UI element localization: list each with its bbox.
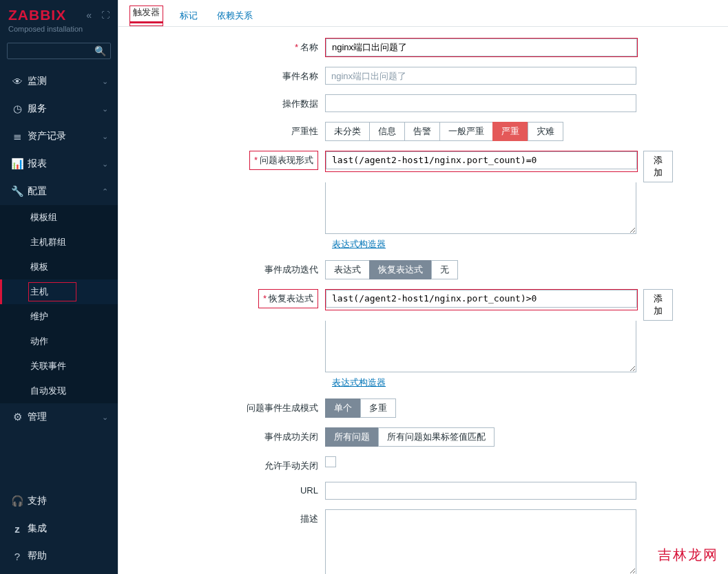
es-expression[interactable]: 表达式 [325, 260, 370, 279]
nav-administration[interactable]: ⚙管理⌄ [0, 403, 118, 431]
sev-disaster[interactable]: 灾难 [528, 122, 563, 141]
help-icon: ? [10, 551, 25, 562]
gauge-icon: ◷ [10, 103, 25, 115]
es-recovery[interactable]: 恢复表达式 [369, 260, 432, 279]
logo: ZABBIX [8, 7, 66, 23]
chart-icon: 📊 [10, 158, 25, 170]
recovery-expr-label: 恢复表达式 [269, 293, 313, 304]
headset-icon: 🎧 [10, 495, 25, 507]
chevron-down-icon: ⌄ [102, 160, 108, 169]
severity-group: 未分类 信息 告警 一般严重 严重 灾难 [325, 122, 563, 141]
oc-tag-match[interactable]: 所有问题如果标签值匹配 [378, 427, 495, 447]
sev-info[interactable]: 信息 [369, 122, 405, 141]
desc-input[interactable] [325, 509, 636, 574]
problem-mode-label: 问题事件生成模式 [132, 398, 325, 414]
expression-builder-link[interactable]: 表达式构造器 [332, 238, 386, 251]
subnav-discovery[interactable]: 自动发现 [0, 379, 118, 403]
sev-not-classified[interactable]: 未分类 [325, 122, 370, 141]
name-label: *名称 [132, 38, 325, 54]
desc-label: 描述 [132, 509, 325, 525]
url-label: URL [132, 482, 325, 496]
wrench-icon: 🔧 [10, 185, 25, 198]
event-name-label: 事件名称 [132, 67, 325, 83]
event-success-group: 表达式 恢复表达式 无 [325, 260, 458, 279]
event-success-label: 事件成功迭代 [132, 260, 325, 276]
name-input[interactable] [326, 39, 637, 56]
chevron-down-icon: ⌄ [102, 77, 108, 86]
sev-warning[interactable]: 告警 [404, 122, 440, 141]
tab-bar: 触发器 标记 依赖关系 [118, 0, 728, 27]
subnav-correlation[interactable]: 关联事件 [0, 354, 118, 379]
foot-integrations[interactable]: z集成 [0, 515, 118, 542]
oc-all[interactable]: 所有问题 [325, 427, 379, 447]
expression-input[interactable] [326, 151, 637, 169]
nav-monitoring[interactable]: 👁监测⌄ [0, 67, 118, 95]
tab-tags[interactable]: 标记 [177, 6, 200, 26]
search-input[interactable]: 🔍 [7, 43, 111, 59]
manual-close-checkbox[interactable] [325, 456, 336, 467]
watermark: 吉林龙网 [658, 546, 718, 564]
chevron-down-icon: ⌄ [102, 413, 108, 422]
fullscreen-icon[interactable]: ⛶ [101, 10, 110, 20]
recovery-expr-builder-link[interactable]: 表达式构造器 [332, 376, 386, 389]
main-content: 触发器 标记 依赖关系 *名称 事件名称 操作数据 严重性 未分类 [118, 0, 728, 574]
expression-add-button[interactable]: 添加 [643, 151, 673, 182]
gear-icon: ⚙ [10, 411, 25, 423]
subnav-host-groups[interactable]: 主机群组 [0, 230, 118, 255]
tab-dependencies[interactable]: 依赖关系 [214, 6, 256, 26]
url-input[interactable] [325, 482, 636, 500]
config-subnav: 模板组 主机群组 模板 主机 维护 动作 关联事件 自动发现 [0, 205, 118, 403]
tab-trigger-highlight: 触发器 [129, 6, 163, 26]
nav-services[interactable]: ◷服务⌄ [0, 95, 118, 123]
ok-close-label: 事件成功关闭 [132, 427, 325, 443]
recovery-expr-input[interactable] [326, 290, 637, 308]
es-none[interactable]: 无 [431, 260, 458, 279]
chevron-up-icon: ⌃ [102, 187, 108, 196]
z-icon: z [10, 523, 25, 535]
subnav-template-groups[interactable]: 模板组 [0, 205, 118, 230]
collapse-icon[interactable]: « [86, 10, 92, 21]
sidebar: ZABBIX « ⛶ Composed installation 🔍 👁监测⌄ … [0, 0, 118, 574]
eye-icon: 👁 [10, 76, 25, 87]
manual-close-label: 允许手动关闭 [132, 456, 325, 472]
recovery-expr-area[interactable] [325, 321, 636, 372]
ok-close-group: 所有问题 所有问题如果标签值匹配 [325, 427, 495, 447]
sidebar-footer: 🎧支持 z集成 ?帮助 [0, 487, 118, 574]
opdata-input[interactable] [325, 94, 636, 112]
pm-multiple[interactable]: 多重 [360, 398, 396, 418]
subnav-maintenance[interactable]: 维护 [0, 304, 118, 329]
severity-label: 严重性 [132, 122, 325, 138]
subnav-templates[interactable]: 模板 [0, 255, 118, 279]
nav-inventory[interactable]: ≣资产记录⌄ [0, 123, 118, 150]
chevron-down-icon: ⌄ [102, 105, 108, 114]
pm-single[interactable]: 单个 [325, 398, 361, 418]
subtitle: Composed installation [8, 25, 110, 33]
expression-area[interactable] [325, 182, 636, 234]
opdata-label: 操作数据 [132, 94, 325, 110]
search-icon[interactable]: 🔍 [94, 45, 106, 56]
nav-configuration[interactable]: 🔧配置⌃ [0, 178, 118, 205]
sev-high[interactable]: 严重 [492, 122, 528, 141]
chevron-down-icon: ⌄ [102, 132, 108, 141]
event-name-input[interactable] [325, 67, 636, 85]
foot-help[interactable]: ?帮助 [0, 542, 118, 570]
trigger-form: *名称 事件名称 操作数据 严重性 未分类 信息 告警 一般严重 [118, 27, 728, 574]
sev-average[interactable]: 一般严重 [439, 122, 493, 141]
tab-trigger[interactable]: 触发器 [130, 3, 163, 23]
subnav-hosts[interactable]: 主机 [0, 279, 118, 304]
expression-label: 问题表现形式 [260, 155, 313, 165]
sidebar-header: ZABBIX « ⛶ Composed installation [0, 0, 118, 37]
nav-reports[interactable]: 📊报表⌄ [0, 150, 118, 178]
list-icon: ≣ [10, 130, 25, 142]
recovery-add-button[interactable]: 添加 [643, 289, 673, 321]
search-field[interactable] [12, 46, 94, 56]
subnav-actions[interactable]: 动作 [0, 329, 118, 354]
problem-mode-group: 单个 多重 [325, 398, 396, 418]
foot-support[interactable]: 🎧支持 [0, 487, 118, 515]
main-nav: 👁监测⌄ ◷服务⌄ ≣资产记录⌄ 📊报表⌄ 🔧配置⌃ 模板组 主机群组 模板 主… [0, 67, 118, 487]
